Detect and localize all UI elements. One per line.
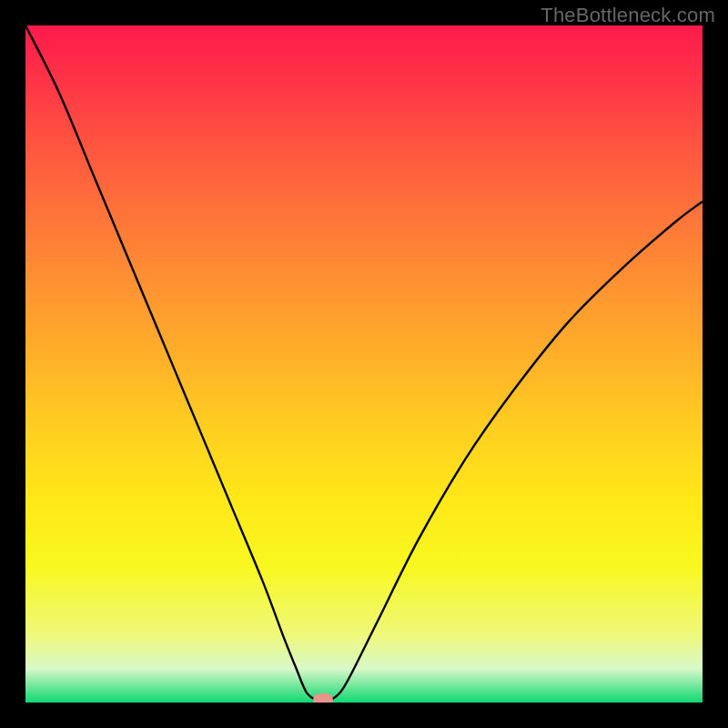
watermark-text: TheBottleneck.com (541, 4, 715, 27)
chart-container: TheBottleneck.com (0, 0, 728, 728)
minimum-marker (313, 693, 333, 703)
plot-area (25, 25, 703, 703)
bottleneck-curve (25, 25, 703, 703)
